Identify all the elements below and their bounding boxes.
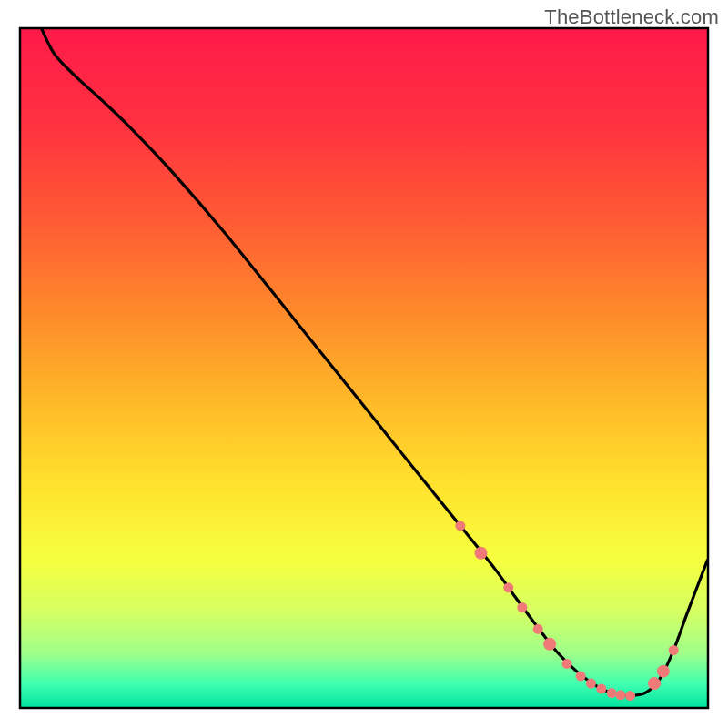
curve-marker [607, 688, 617, 698]
curve-marker [533, 624, 543, 634]
curve-marker [648, 677, 661, 690]
curve-marker [669, 645, 679, 655]
curve-marker [596, 684, 606, 694]
curve-marker [586, 679, 596, 689]
curve-marker [455, 521, 465, 531]
curve-marker [517, 602, 527, 612]
curve-marker [625, 691, 635, 701]
curve-marker [562, 659, 572, 669]
watermark-text: TheBottleneck.com [544, 5, 719, 29]
chart-svg [0, 0, 728, 728]
curve-marker [543, 638, 556, 651]
curve-marker [576, 671, 586, 681]
plot-background [20, 28, 708, 708]
curve-marker [615, 690, 625, 700]
curve-marker [657, 665, 670, 678]
curve-marker [475, 547, 488, 560]
curve-marker [503, 582, 513, 592]
chart-frame: TheBottleneck.com [0, 0, 728, 728]
svg-rect-1 [20, 28, 708, 708]
